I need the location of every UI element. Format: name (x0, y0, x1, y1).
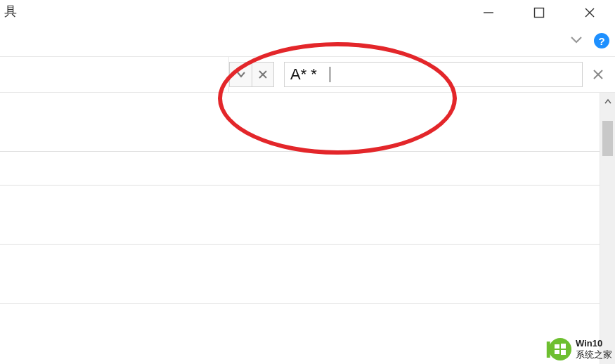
address-area (0, 57, 229, 92)
help-button[interactable]: ? (594, 33, 609, 48)
text-cursor (330, 67, 330, 82)
list-item[interactable] (0, 245, 600, 304)
list-item[interactable] (0, 152, 600, 186)
ribbon-collapse-icon[interactable] (569, 32, 584, 50)
minimize-button[interactable] (463, 1, 514, 24)
search-toolbar (0, 56, 615, 93)
history-dropdown-button[interactable] (229, 62, 252, 87)
svg-rect-8 (555, 344, 559, 349)
svg-rect-11 (561, 350, 566, 355)
watermark-line1: Win10 (576, 338, 612, 349)
content-area (0, 93, 615, 364)
clear-search-button[interactable] (588, 65, 608, 84)
search-field-wrapper (284, 62, 583, 87)
results-list (0, 93, 600, 364)
scroll-thumb[interactable] (602, 121, 613, 156)
watermark-line2: 系统之家 (576, 349, 612, 360)
scroll-up-button[interactable] (600, 94, 615, 110)
svg-rect-10 (555, 350, 559, 354)
windows-icon (549, 338, 571, 360)
window-titlebar (0, 0, 615, 25)
nav-button-group (229, 57, 274, 92)
search-input[interactable] (290, 65, 576, 84)
watermark-logo: I (545, 337, 571, 361)
list-item[interactable] (0, 93, 600, 152)
watermark-text: Win10 系统之家 (576, 338, 612, 360)
svg-rect-1 (535, 8, 544, 18)
close-button[interactable] (564, 1, 615, 24)
cancel-nav-button[interactable] (252, 62, 274, 87)
truncated-title-char: 具 (4, 3, 17, 20)
ribbon-row: ? (0, 25, 615, 56)
watermark: I Win10 系统之家 (545, 337, 612, 361)
list-item[interactable] (0, 186, 600, 245)
maximize-button[interactable] (514, 1, 564, 24)
svg-rect-9 (561, 344, 566, 349)
vertical-scrollbar[interactable] (600, 93, 615, 364)
